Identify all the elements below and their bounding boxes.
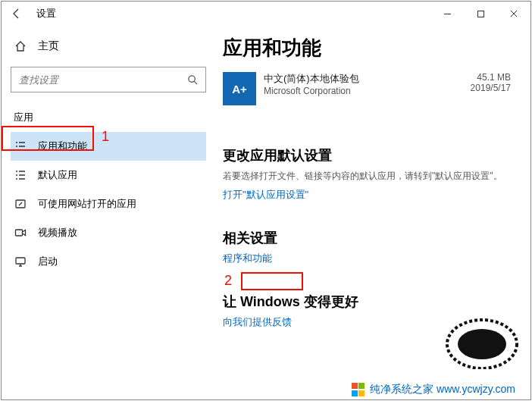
svg-rect-3: [16, 230, 23, 236]
sidebar-item-video-playback[interactable]: 视频播放: [11, 218, 206, 247]
app-name: 中文(简体)本地体验包: [264, 72, 463, 86]
search-icon: [186, 73, 199, 86]
sidebar-item-startup[interactable]: 启动: [11, 247, 206, 276]
app-tile-icon: A+: [223, 72, 256, 105]
home-label: 主页: [38, 39, 59, 53]
sidebar: 主页 应用 应用和功能 默认应用: [2, 26, 215, 399]
svg-rect-0: [477, 11, 483, 17]
sidebar-item-label: 默认应用: [38, 168, 77, 182]
search-box[interactable]: [11, 67, 206, 92]
sidebar-item-label: 可使用网站打开的应用: [38, 197, 136, 211]
svg-point-1: [188, 75, 194, 81]
sidebar-item-label: 视频播放: [38, 226, 77, 240]
arrow-left-icon: [10, 7, 23, 20]
section-change-defaults-desc: 若要选择打开文件、链接等内容的默认应用，请转到"默认应用设置"。: [223, 169, 511, 183]
back-button[interactable]: [8, 5, 26, 23]
close-button[interactable]: [497, 2, 530, 25]
sidebar-item-label: 应用和功能: [38, 139, 87, 153]
video-icon: [14, 226, 27, 240]
search-input[interactable]: [19, 74, 186, 86]
app-date: 2019/5/17: [471, 83, 511, 93]
link-icon: [14, 197, 27, 211]
section-better-title: 让 Windows 变得更好: [223, 293, 511, 311]
sidebar-item-website-apps[interactable]: 可使用网站打开的应用: [11, 190, 206, 218]
programs-and-features-link[interactable]: 程序和功能: [223, 252, 272, 265]
window-controls: [430, 2, 530, 25]
list-icon: [14, 139, 27, 153]
sidebar-item-label: 启动: [38, 255, 58, 268]
defaults-icon: [14, 168, 27, 182]
window-title: 设置: [36, 7, 56, 20]
titlebar: 设置: [2, 2, 530, 26]
app-item[interactable]: A+ 中文(简体)本地体验包 Microsoft Corporation 45.…: [223, 69, 511, 119]
sidebar-item-default-apps[interactable]: 默认应用: [11, 161, 206, 190]
startup-icon: [14, 255, 27, 268]
open-default-apps-link[interactable]: 打开"默认应用设置": [223, 188, 308, 202]
feedback-link[interactable]: 向我们提供反馈: [223, 315, 292, 329]
section-related-title: 相关设置: [223, 229, 511, 247]
svg-rect-4: [16, 258, 25, 264]
minimize-button[interactable]: [430, 2, 464, 25]
maximize-button[interactable]: [464, 2, 497, 25]
home-icon: [14, 39, 27, 53]
app-size: 45.1 MB: [471, 72, 511, 83]
settings-window: 设置 主页 应用: [1, 1, 531, 400]
sidebar-section-header: 应用: [11, 106, 206, 132]
page-title: 应用和功能: [223, 35, 511, 61]
home-link[interactable]: 主页: [11, 33, 206, 59]
section-change-defaults-title: 更改应用默认设置: [223, 146, 511, 164]
app-publisher: Microsoft Corporation: [264, 86, 463, 96]
content-area: 应用和功能 A+ 中文(简体)本地体验包 Microsoft Corporati…: [215, 26, 530, 399]
sidebar-item-apps-features[interactable]: 应用和功能: [11, 132, 206, 161]
